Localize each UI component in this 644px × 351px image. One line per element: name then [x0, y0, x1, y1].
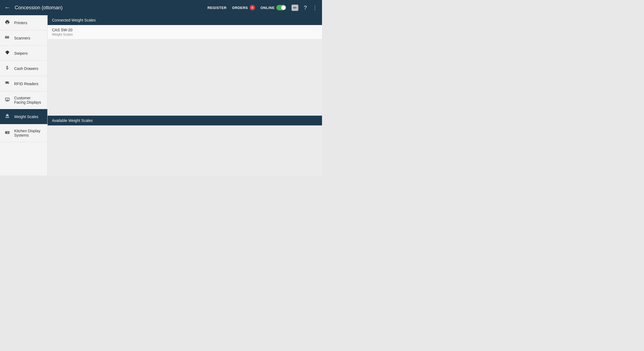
header-title: Concession (ottoman) [15, 5, 63, 11]
orders-section: ORDERS 0 [232, 5, 255, 10]
more-icon: ⋮ [312, 5, 318, 11]
online-label: ONLINE [261, 6, 275, 10]
svg-point-2 [7, 99, 8, 100]
display-icon [4, 97, 10, 103]
connected-device-item[interactable]: CAS SW-20 Weight Scales [48, 25, 322, 39]
sidebar-label-cash-drawers: Cash Drawers [14, 66, 38, 71]
kitchen-icon [4, 130, 10, 136]
scale-icon [4, 113, 10, 120]
svg-rect-5 [7, 132, 9, 132]
header-right: REGISTER ORDERS 0 ONLINE ✏ ? ⋮ [208, 4, 318, 11]
help-button[interactable]: ? [304, 5, 307, 11]
content-area: Connected Weight Scales CAS SW-20 Weight… [48, 15, 322, 176]
svg-rect-1 [6, 82, 8, 83]
barcode-icon [4, 35, 10, 41]
orders-button[interactable]: ORDERS [232, 6, 248, 10]
svg-rect-4 [6, 132, 7, 133]
device-name: CAS SW-20 [52, 28, 318, 32]
connected-empty-space [48, 39, 322, 116]
available-header: Available Weight Scales [48, 116, 322, 125]
sidebar-label-customer-displays: Customer Facing Displays [14, 96, 43, 104]
sidebar-item-scanners[interactable]: Scanners [0, 30, 47, 46]
sidebar-label-kitchen-display: Kitchen Display Systems [14, 129, 43, 137]
app-header: ← Concession (ottoman) REGISTER ORDERS 0… [0, 0, 322, 15]
pencil-icon: ✏ [293, 5, 297, 10]
sidebar-label-rfid: RFID Readers [14, 82, 38, 86]
available-empty-space [48, 125, 322, 176]
cash-icon [4, 65, 10, 72]
rfid-icon [4, 81, 10, 87]
sidebar-label-printers: Printers [14, 21, 27, 25]
online-toggle[interactable] [276, 5, 286, 10]
back-button[interactable]: ← [4, 5, 10, 11]
online-indicator: ONLINE [261, 5, 286, 10]
register-button[interactable]: REGISTER [208, 6, 227, 10]
header-left: ← Concession (ottoman) [4, 5, 63, 11]
sidebar-item-customer-displays[interactable]: Customer Facing Displays [0, 91, 47, 109]
sidebar-item-cash-drawers[interactable]: Cash Drawers [0, 61, 47, 76]
sidebar-label-swipers: Swipers [14, 51, 28, 56]
orders-badge: 0 [250, 5, 255, 10]
sidebar: Printers Scanners Swipers [0, 15, 48, 176]
swiper-icon [4, 50, 10, 56]
sidebar-item-printers[interactable]: Printers [0, 15, 47, 30]
more-button[interactable]: ⋮ [312, 4, 318, 11]
device-type: Weight Scales [52, 33, 318, 36]
help-icon: ? [304, 5, 307, 11]
sidebar-item-rfid-readers[interactable]: RFID Readers [0, 76, 47, 91]
sidebar-item-weight-scales[interactable]: Weight Scales [0, 109, 47, 124]
sidebar-label-weight-scales: Weight Scales [14, 115, 38, 119]
sidebar-item-kitchen-display[interactable]: Kitchen Display Systems [0, 124, 47, 142]
main-layout: Printers Scanners Swipers [0, 15, 322, 176]
svg-rect-6 [7, 133, 9, 133]
sidebar-label-scanners: Scanners [14, 36, 30, 40]
pencil-button[interactable]: ✏ [292, 5, 298, 11]
printer-icon [4, 20, 10, 26]
connected-header: Connected Weight Scales [48, 15, 322, 25]
sidebar-item-swipers[interactable]: Swipers [0, 46, 47, 61]
